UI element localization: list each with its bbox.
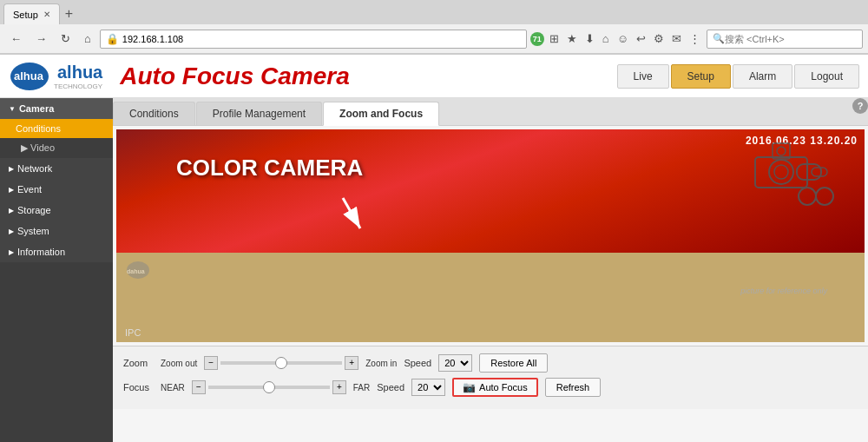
sidebar-information-label: Information: [17, 247, 65, 257]
focus-far-label: FAR: [353, 383, 370, 393]
house-icon[interactable]: ⌂: [600, 30, 612, 47]
focus-speed-label: Speed: [377, 382, 404, 393]
zoom-slider[interactable]: [220, 361, 342, 365]
svg-rect-4: [755, 157, 807, 188]
refresh-browser-button[interactable]: ↻: [56, 30, 76, 48]
toolbar-icons: 71 ⊞ ★ ⬇ ⌂ ☺ ↩ ⚙ ✉ ⋮: [530, 30, 703, 47]
refresh-button[interactable]: Refresh: [545, 378, 602, 397]
sidebar-section-camera[interactable]: ▼ Camera: [0, 98, 113, 119]
green-dot-badge: 71: [530, 32, 544, 46]
sidebar-camera-label: Camera: [19, 103, 54, 114]
home-button[interactable]: ⌂: [79, 30, 96, 48]
logout-button[interactable]: Logout: [794, 64, 859, 89]
help-button[interactable]: ?: [852, 98, 868, 114]
live-button[interactable]: Live: [617, 64, 669, 89]
auto-focus-button[interactable]: 📷 Auto Focus: [452, 378, 538, 397]
arrow-sub-icon: ▶: [21, 142, 30, 153]
smiley-icon[interactable]: ☺: [615, 30, 631, 47]
setup-button[interactable]: Setup: [671, 64, 731, 89]
zoom-plus-button[interactable]: +: [345, 356, 358, 370]
sidebar-storage-label: Storage: [17, 205, 51, 215]
focus-slider-container: − +: [192, 380, 346, 394]
grid-icon[interactable]: ⊞: [547, 30, 562, 47]
sidebar-section-system[interactable]: ▶ System: [0, 221, 113, 241]
sidebar-section-network[interactable]: ▶ Network: [0, 158, 113, 179]
tab-zoom-and-focus[interactable]: Zoom and Focus: [323, 102, 439, 126]
zoom-minus-button[interactable]: −: [204, 356, 218, 370]
sidebar-event-label: Event: [17, 184, 42, 195]
address-input[interactable]: [122, 34, 521, 44]
search-input[interactable]: [725, 34, 857, 44]
sidebar-video-label: Video: [30, 142, 55, 153]
storage-arrow-icon: ▶: [9, 207, 14, 214]
alarm-button[interactable]: Alarm: [733, 64, 792, 89]
tab-conditions[interactable]: Conditions: [113, 102, 195, 125]
content-area: Conditions Profile Management Zoom and F…: [113, 98, 868, 442]
video-ipc-label: IPC: [125, 327, 141, 338]
address-box: 🔒: [100, 30, 527, 49]
sidebar-section-event[interactable]: ▶ Event: [0, 179, 113, 200]
camera-text: COLOR CAMERA: [176, 155, 363, 181]
main-content: ▼ Camera Conditions ▶ Video ▶ Network ▶ …: [0, 98, 868, 442]
bookmark-icon[interactable]: ★: [564, 30, 580, 47]
controls-panel: Zoom Zoom out − + Zoom in Speed 12482040…: [113, 346, 868, 409]
browser-chrome: Setup ✕ + ← → ↻ ⌂ 🔒 71 ⊞ ★ ⬇ ⌂ ☺ ↩ ⚙ ✉ ⋮…: [0, 0, 868, 55]
svg-point-10: [777, 147, 786, 155]
download-icon[interactable]: ⬇: [582, 30, 597, 47]
video-panel: COLOR CAMERA 2016.06.23 13.20.20: [113, 126, 868, 442]
focus-plus-button[interactable]: +: [332, 380, 346, 394]
svg-point-12: [816, 188, 833, 205]
new-tab-button[interactable]: +: [60, 7, 78, 21]
search-icon: 🔍: [713, 33, 725, 44]
app-header: alhua alhua TECHNOLOGY Auto Focus Camera…: [0, 55, 868, 98]
annotation-arrow: [326, 189, 386, 253]
undo-icon[interactable]: ↩: [634, 30, 648, 47]
zoom-out-label: Zoom out: [161, 359, 197, 368]
sidebar-item-conditions[interactable]: Conditions: [0, 119, 113, 138]
focus-speed-select[interactable]: 12482040: [411, 379, 445, 396]
zoom-in-label: Zoom in: [365, 359, 397, 368]
restore-all-button[interactable]: Restore All: [479, 353, 548, 373]
brand-sub: TECHNOLOGY: [54, 82, 102, 90]
svg-point-11: [799, 188, 816, 205]
chat-icon[interactable]: ✉: [669, 30, 684, 47]
tools-icon[interactable]: ⚙: [651, 30, 667, 47]
more-icon[interactable]: ⋮: [687, 30, 703, 47]
header-nav: Live Setup Alarm Logout: [617, 64, 859, 89]
tab-close-btn[interactable]: ✕: [43, 10, 50, 19]
brand-name: alhua: [57, 63, 102, 82]
tab-title: Setup: [13, 10, 38, 20]
network-arrow-icon: ▶: [9, 165, 14, 173]
sidebar-conditions-label: Conditions: [16, 123, 61, 134]
browser-tab[interactable]: Setup ✕: [3, 3, 60, 24]
tabs-bar: Conditions Profile Management Zoom and F…: [113, 98, 868, 126]
auto-focus-label: Auto Focus: [479, 382, 528, 393]
shield-icon: 🔒: [106, 33, 119, 45]
svg-point-6: [774, 165, 788, 179]
svg-point-5: [769, 160, 793, 184]
alhua-logo-icon: alhua: [9, 61, 50, 92]
sidebar: ▼ Camera Conditions ▶ Video ▶ Network ▶ …: [0, 98, 113, 442]
svg-rect-7: [797, 164, 821, 180]
sidebar-item-video[interactable]: ▶ Video: [0, 138, 113, 158]
sidebar-section-information[interactable]: ▶ Information: [0, 241, 113, 262]
focus-control-row: Focus NEAR − + FAR Speed 12482040: [123, 378, 858, 397]
dahua-watermark: dahua: [125, 261, 151, 282]
focus-slider[interactable]: [208, 386, 330, 389]
focus-minus-button[interactable]: −: [192, 380, 206, 394]
sidebar-section-storage[interactable]: ▶ Storage: [0, 200, 113, 221]
svg-line-3: [343, 198, 360, 228]
video-container: COLOR CAMERA 2016.06.23 13.20.20: [116, 129, 865, 342]
event-arrow-icon: ▶: [9, 186, 14, 194]
system-arrow-icon: ▶: [9, 228, 14, 235]
camera-af-icon: 📷: [463, 381, 476, 393]
video-ref-text: picture for reference only: [740, 287, 827, 295]
forward-button[interactable]: →: [30, 30, 52, 48]
search-box[interactable]: 🔍: [707, 30, 863, 49]
tab-bar: Setup ✕ +: [0, 0, 868, 24]
svg-text:alhua: alhua: [14, 69, 44, 82]
tab-profile-management[interactable]: Profile Management: [196, 102, 322, 125]
back-button[interactable]: ←: [5, 30, 27, 48]
zoom-speed-select[interactable]: 12482040: [438, 354, 472, 372]
svg-text:dahua: dahua: [127, 268, 145, 274]
